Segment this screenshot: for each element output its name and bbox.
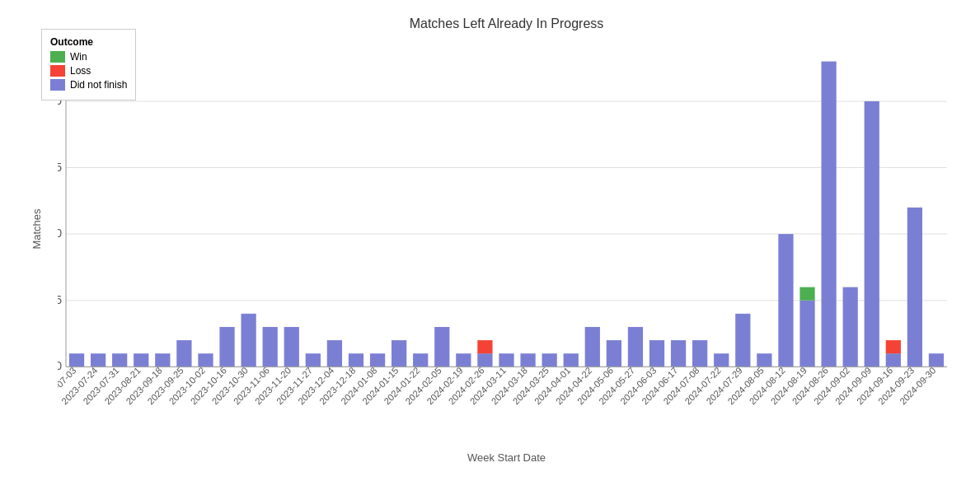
svg-rect-26	[241, 314, 256, 367]
svg-rect-49	[477, 340, 492, 353]
y-axis-label: Matches	[30, 208, 43, 249]
x-axis-label: Week Start Date	[467, 451, 546, 464]
svg-rect-14	[112, 353, 127, 367]
svg-text:0: 0	[58, 359, 62, 372]
svg-rect-32	[306, 353, 321, 367]
svg-rect-53	[520, 353, 535, 367]
chart-title: Matches Left Already In Progress	[58, 16, 955, 31]
legend-item-loss: Loss	[50, 65, 127, 77]
svg-rect-84	[843, 287, 858, 367]
svg-rect-77	[778, 234, 793, 367]
svg-rect-55	[542, 353, 557, 367]
svg-rect-22	[198, 353, 213, 367]
chart-svg: 051015202023-07-032023-07-242023-07-3120…	[58, 40, 955, 418]
svg-rect-44	[434, 327, 449, 367]
legend-label-dnf: Did not finish	[70, 79, 127, 91]
svg-rect-24	[219, 327, 234, 367]
svg-rect-12	[91, 353, 106, 367]
svg-rect-79	[799, 301, 814, 367]
svg-rect-10	[69, 353, 84, 367]
legend-color-dnf	[50, 79, 65, 91]
svg-rect-48	[477, 353, 492, 367]
legend-color-loss	[50, 65, 65, 77]
chart-container: Matches Left Already In Progress Matches…	[0, 0, 980, 486]
svg-rect-42	[413, 353, 428, 367]
legend-label-win: Win	[70, 51, 87, 63]
svg-rect-86	[865, 101, 879, 367]
svg-rect-28	[263, 327, 278, 367]
svg-rect-69	[692, 340, 707, 367]
svg-rect-67	[671, 340, 686, 367]
svg-rect-38	[370, 353, 385, 367]
chart-area: Matches Week Start Date 051015202023-07-…	[58, 40, 955, 418]
svg-rect-46	[456, 353, 471, 367]
legend: Outcome Win Loss Did not finish	[41, 29, 136, 100]
svg-rect-65	[649, 340, 664, 367]
svg-rect-80	[799, 287, 814, 301]
svg-rect-91	[907, 208, 922, 367]
legend-color-win	[50, 51, 65, 63]
svg-rect-88	[886, 353, 901, 367]
svg-rect-61	[607, 340, 621, 367]
svg-text:15: 15	[58, 160, 62, 173]
svg-rect-71	[714, 353, 729, 367]
svg-rect-16	[134, 353, 148, 367]
legend-item-dnf: Did not finish	[50, 79, 127, 91]
legend-title: Outcome	[50, 36, 127, 48]
legend-label-loss: Loss	[70, 65, 91, 77]
svg-rect-40	[392, 340, 406, 367]
svg-rect-20	[176, 340, 191, 367]
svg-rect-51	[499, 353, 513, 367]
svg-rect-57	[564, 353, 579, 367]
svg-text:5: 5	[58, 293, 62, 306]
svg-rect-34	[327, 340, 342, 367]
svg-rect-36	[349, 353, 363, 367]
svg-rect-75	[757, 353, 771, 367]
legend-item-win: Win	[50, 51, 127, 63]
svg-text:10: 10	[58, 227, 62, 240]
svg-rect-82	[821, 62, 836, 367]
svg-rect-30	[284, 327, 299, 367]
svg-rect-89	[886, 340, 901, 353]
svg-rect-73	[735, 314, 750, 367]
svg-rect-93	[929, 353, 944, 367]
svg-rect-63	[628, 327, 643, 367]
svg-rect-59	[585, 327, 600, 367]
svg-rect-18	[155, 353, 170, 367]
